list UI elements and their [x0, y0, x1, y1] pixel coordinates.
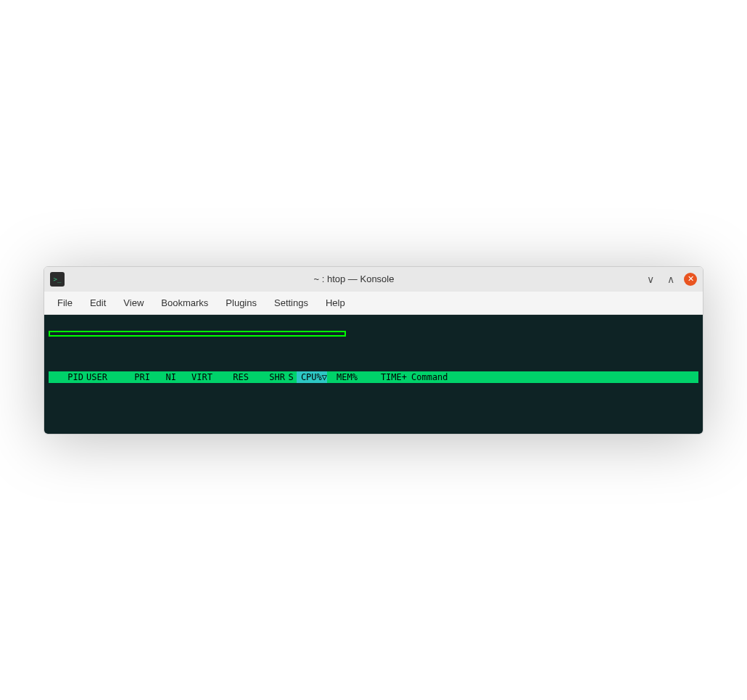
sort-column-cpu: CPU%▽ [297, 371, 327, 383]
menu-edit[interactable]: Edit [83, 295, 113, 311]
menu-bookmarks[interactable]: Bookmarks [154, 295, 215, 311]
meters-box [49, 331, 346, 337]
konsole-icon [50, 272, 65, 287]
minimize-button[interactable]: ∨ [643, 272, 658, 287]
menubar: FileEditViewBookmarksPluginsSettingsHelp [44, 292, 703, 315]
window-title: ~ : htop — Konsole [70, 273, 637, 284]
titlebar[interactable]: ~ : htop — Konsole ∨ ∧ ✕ [44, 267, 703, 292]
column-header[interactable]: PIDUSERPRINIVIRTRESSHRSCPU%▽MEM%TIME+Com… [49, 371, 698, 383]
menu-view[interactable]: View [116, 295, 151, 311]
terminal-area[interactable]: PIDUSERPRINIVIRTRESSHRSCPU%▽MEM%TIME+Com… [44, 315, 703, 434]
menu-help[interactable]: Help [318, 295, 352, 311]
close-button[interactable]: ✕ [684, 273, 697, 286]
konsole-window: ~ : htop — Konsole ∨ ∧ ✕ FileEditViewBoo… [44, 266, 703, 435]
menu-plugins[interactable]: Plugins [218, 295, 264, 311]
maximize-button[interactable]: ∧ [664, 272, 678, 287]
menu-file[interactable]: File [50, 295, 80, 311]
menu-settings[interactable]: Settings [267, 295, 315, 311]
